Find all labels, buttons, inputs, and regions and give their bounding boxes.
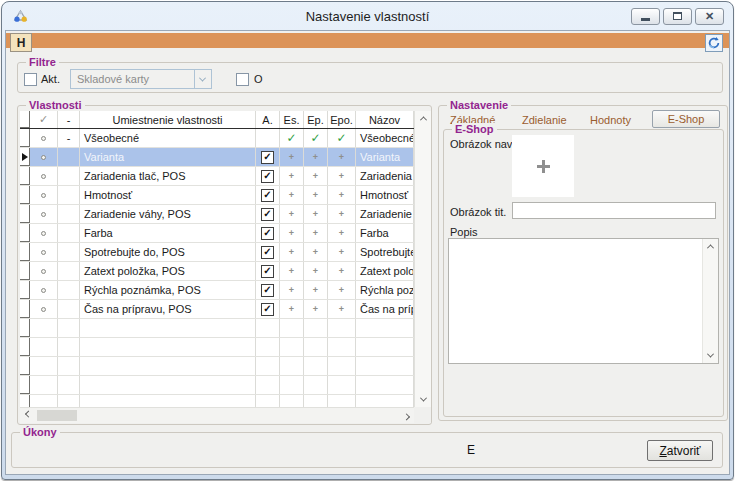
active-checkbox[interactable]: ✓ (261, 208, 274, 221)
row-active-cell[interactable] (256, 129, 280, 147)
active-checkbox[interactable]: ✓ (261, 227, 274, 240)
row-active-cell[interactable]: ✓ (256, 205, 280, 223)
row-name-cell[interactable]: Hmotnosť (356, 186, 414, 204)
textarea-scroll-up-icon[interactable] (703, 239, 718, 254)
active-checkbox[interactable]: ✓ (261, 170, 274, 183)
scrollbar-thumb[interactable] (37, 410, 77, 421)
row-location-cell[interactable]: Zariadenia tlač, POS (80, 167, 256, 185)
table-vertical-scrollbar[interactable] (414, 111, 431, 407)
textarea-scroll-down-icon[interactable] (703, 348, 718, 363)
table-row[interactable]: Hmotnosť✓+++Hmotnosť (20, 186, 414, 205)
row-location-cell[interactable]: Farba (80, 224, 256, 242)
record-marker-icon (41, 269, 46, 274)
header-active[interactable]: A. (256, 111, 280, 128)
row-selector-cell[interactable] (20, 148, 30, 166)
row-selector-cell[interactable] (20, 281, 30, 299)
header-epo[interactable]: Epo. (328, 111, 356, 128)
row-name-cell[interactable]: Zariadenie váhy, POS (356, 205, 414, 223)
row-location-cell[interactable]: Spotrebujte do, POS (80, 243, 256, 261)
scroll-left-icon[interactable] (20, 408, 36, 423)
scroll-up-icon[interactable] (415, 111, 431, 126)
category-select[interactable]: Skladové karty (70, 69, 212, 89)
image-nav-dropzone[interactable] (512, 135, 574, 197)
table-row[interactable]: Čas na prípravu, POS✓+++Čas na prípravu,… (20, 300, 414, 319)
table-row[interactable]: -Všeobecné✓✓✓Všeobecné (20, 129, 414, 148)
scroll-right-icon[interactable] (398, 408, 414, 423)
active-checkbox[interactable]: ✓ (261, 151, 274, 164)
active-checkbox[interactable]: ✓ (261, 284, 274, 297)
row-active-cell[interactable]: ✓ (256, 262, 280, 280)
active-checkbox[interactable]: ✓ (261, 189, 274, 202)
row-selector-cell[interactable] (20, 205, 30, 223)
tab-zdielanie[interactable]: Zdielanie (522, 114, 567, 126)
row-selector-cell[interactable] (20, 224, 30, 242)
app-icon (12, 8, 29, 24)
row-name-cell[interactable]: Spotrebujte do, POS (356, 243, 414, 261)
maximize-button[interactable] (663, 8, 692, 25)
close-button[interactable]: ✕ (695, 8, 724, 25)
row-active-cell[interactable]: ✓ (256, 300, 280, 318)
row-location-cell[interactable]: Varianta (80, 148, 256, 166)
description-textarea[interactable] (448, 238, 719, 364)
active-checkbox[interactable]: ✓ (261, 265, 274, 278)
minimize-button[interactable] (631, 8, 660, 25)
row-active-cell[interactable]: ✓ (256, 224, 280, 242)
settings-group-label: Nastavenie (447, 99, 511, 112)
table-row[interactable]: Zariadenie váhy, POS✓+++Zariadenie váhy,… (20, 205, 414, 224)
tab-hodnoty[interactable]: Hodnoty (590, 114, 631, 126)
akt-checkbox[interactable] (24, 73, 37, 86)
category-select-value: Skladové karty (71, 73, 194, 85)
header-es[interactable]: Es. (280, 111, 304, 128)
row-name-cell[interactable]: Čas na prípravu, POS (356, 300, 414, 318)
refresh-button[interactable] (705, 34, 723, 52)
header-name[interactable]: Názov (356, 111, 414, 128)
empty-cell (80, 395, 256, 407)
row-location-cell[interactable]: Zatext položka, POS (80, 262, 256, 280)
o-checkbox[interactable] (236, 73, 249, 86)
row-location-cell[interactable]: Hmotnosť (80, 186, 256, 204)
row-name-cell[interactable]: Rýchla poznámka, POS (356, 281, 414, 299)
h-button[interactable]: H (10, 33, 32, 52)
table-row[interactable]: Zatext položka, POS✓+++Zatext položka, P… (20, 262, 414, 281)
row-location-cell[interactable]: Zariadenie váhy, POS (80, 205, 256, 223)
header-ep[interactable]: Ep. (304, 111, 328, 128)
table-row[interactable]: Spotrebujte do, POS✓+++Spotrebujte do, P… (20, 243, 414, 262)
row-active-cell[interactable]: ✓ (256, 186, 280, 204)
active-checkbox[interactable]: ✓ (261, 246, 274, 259)
table-row[interactable]: Rýchla poznámka, POS✓+++Rýchla poznámka,… (20, 281, 414, 300)
row-name-cell[interactable]: Zatext položka, POS (356, 262, 414, 280)
row-name-cell[interactable]: Zariadenia tlač, POS (356, 167, 414, 185)
header-location[interactable]: Umiestnenie vlastnosti (80, 111, 256, 128)
table-row[interactable]: Varianta✓+++Varianta (20, 148, 414, 167)
row-name-cell[interactable]: Farba (356, 224, 414, 242)
zatvorit-button[interactable]: Zatvoriť (647, 440, 713, 461)
row-active-cell[interactable]: ✓ (256, 281, 280, 299)
row-selector-cell[interactable] (20, 262, 30, 280)
row-location-cell[interactable]: Čas na prípravu, POS (80, 300, 256, 318)
row-marker-cell (30, 224, 58, 242)
textarea-scrollbar[interactable] (702, 239, 718, 363)
row-location-cell[interactable]: Všeobecné (80, 129, 256, 147)
row-name-cell[interactable]: Varianta (356, 148, 414, 166)
row-selector-cell[interactable] (20, 167, 30, 185)
scroll-down-icon[interactable] (415, 392, 431, 407)
table-row[interactable]: Farba✓+++Farba (20, 224, 414, 243)
tab-eshop-button[interactable]: E-Shop (652, 110, 720, 128)
row-active-cell[interactable]: ✓ (256, 167, 280, 185)
header-check[interactable]: ✓ (30, 111, 58, 128)
row-active-cell[interactable]: ✓ (256, 148, 280, 166)
active-checkbox[interactable]: ✓ (261, 303, 274, 316)
row-selector-cell[interactable] (20, 243, 30, 261)
row-selector-cell[interactable] (20, 300, 30, 318)
table-horizontal-scrollbar[interactable] (20, 407, 414, 423)
row-selector-cell[interactable] (20, 186, 30, 204)
header-dash[interactable]: - (58, 111, 80, 128)
row-active-cell[interactable]: ✓ (256, 243, 280, 261)
row-name-cell[interactable]: Všeobecné (356, 129, 414, 147)
titlebar[interactable]: Nastavenie vlastností ✕ (2, 2, 733, 30)
row-mark-cell: + (328, 186, 356, 204)
image-title-input[interactable] (512, 202, 716, 219)
table-row[interactable]: Zariadenia tlač, POS✓+++Zariadenia tlač,… (20, 167, 414, 186)
row-selector-cell[interactable] (20, 129, 30, 147)
row-location-cell[interactable]: Rýchla poznámka, POS (80, 281, 256, 299)
